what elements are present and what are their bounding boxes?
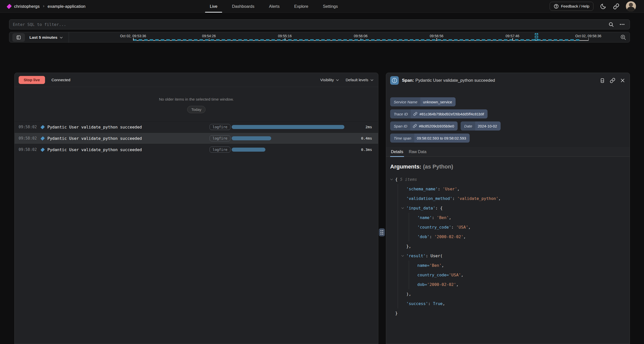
copy-span-link-button[interactable] <box>610 78 615 83</box>
trace-id-badge[interactable]: Trace ID #81c364b79bbd92ef26b4dd5ff4c81b… <box>390 109 488 118</box>
indent-guide <box>409 213 409 222</box>
arguments-heading: Arguments:(as Python) <box>390 163 626 170</box>
duration-bar <box>232 148 265 152</box>
code-line: dob='2000-02-02', <box>390 280 626 289</box>
empty-window-notice: No older items in the selected time wind… <box>15 97 378 113</box>
code-line: }, <box>390 241 626 251</box>
collapse-chevron-icon[interactable] <box>401 254 404 257</box>
code-line: 'country_code': 'USA', <box>390 222 626 232</box>
span-diamond-icon <box>41 125 45 129</box>
breadcrumb-separator-icon: › <box>43 4 45 9</box>
code-line: { 5 items <box>390 175 626 184</box>
user-avatar[interactable] <box>626 1 636 11</box>
indent-guide <box>409 222 409 232</box>
tab-alerts[interactable]: Alerts <box>262 0 287 13</box>
log-row[interactable]: 09:58:02Pydantic User validate_python su… <box>15 121 378 133</box>
connection-status: Connected <box>52 78 70 82</box>
dark-mode-toggle[interactable] <box>600 3 607 10</box>
indent-guide <box>398 203 398 213</box>
sql-filter-input[interactable] <box>9 20 608 29</box>
sidebar-panel-icon <box>16 35 21 40</box>
collapse-chevron-icon[interactable] <box>390 178 393 180</box>
code-line: } <box>390 308 626 318</box>
indent-guide <box>398 241 398 251</box>
indent-guide <box>398 251 398 261</box>
today-badge[interactable]: Today <box>187 106 205 113</box>
duration-bar <box>232 136 271 140</box>
duration-value: 0.4ms <box>361 136 372 140</box>
tab-explore[interactable]: Explore <box>287 0 315 13</box>
service-name-badge: Service Name unknown_service <box>390 97 456 106</box>
log-timestamp: 09:58:02 <box>19 136 37 141</box>
code-line: 'schema_name': 'User', <box>390 184 626 194</box>
logfire-tag[interactable]: logfire <box>210 147 230 153</box>
nav-actions: Feedback / Help <box>550 0 636 13</box>
indent-guide <box>398 270 398 280</box>
timeline-tick-label: 09:57:46 <box>506 34 519 38</box>
timeline-tick-label: Oct 02, 09:53:36 <box>120 34 146 38</box>
duration-value: 2ms <box>366 125 372 129</box>
span-diamond-icon <box>41 147 45 152</box>
indent-guide <box>409 261 409 270</box>
log-message: Pydantic User validate_python succeeded <box>47 125 142 130</box>
link-icon <box>610 78 615 83</box>
code-line: 'validation_method': 'validate_python', <box>390 194 626 203</box>
moon-icon <box>600 3 607 10</box>
code-line: 'input_data': { <box>390 203 626 213</box>
breadcrumb-project[interactable]: example-application <box>48 4 86 9</box>
indent-guide <box>398 184 398 194</box>
breadcrumb: christophergs › example-application <box>8 0 86 13</box>
indent-guide <box>398 232 398 241</box>
log-row-list: 09:58:02Pydantic User validate_python su… <box>15 121 378 155</box>
tab-dashboards[interactable]: Dashboards <box>225 0 262 13</box>
log-row[interactable]: 09:58:02Pydantic User validate_python su… <box>15 133 378 144</box>
more-options-icon[interactable] <box>619 21 625 27</box>
timeline-tick-label: 09:54:26 <box>202 34 216 38</box>
timeline-activity-spike[interactable] <box>535 33 538 40</box>
link-icon <box>613 3 619 10</box>
panel-resize-handle[interactable] <box>379 228 385 236</box>
time-range-bar: Last 5 minutes Oct 02, 09:53:3609:54:260… <box>9 32 630 42</box>
log-timestamp: 09:58:02 <box>19 147 37 152</box>
visibility-dropdown[interactable]: Visibility <box>320 78 338 82</box>
link-icon <box>413 124 417 128</box>
indent-guide <box>398 222 398 232</box>
timeline-zoom-button[interactable] <box>620 34 627 41</box>
logfire-tag[interactable]: logfire <box>210 124 230 130</box>
code-line: 'dob': '2000-02-02', <box>390 232 626 241</box>
span-title: Span:Pydantic User validate_python succe… <box>402 78 495 83</box>
time-range-select[interactable]: Last 5 minutes <box>29 32 62 43</box>
indent-guide <box>398 261 398 270</box>
chevron-down-icon <box>60 36 63 38</box>
close-panel-button[interactable] <box>620 78 625 83</box>
zoom-in-icon <box>620 34 627 41</box>
logfire-logo-icon <box>7 4 12 9</box>
indent-guide <box>398 289 398 299</box>
copy-link-button[interactable] <box>613 3 619 10</box>
span-detail-header: Span:Pydantic User validate_python succe… <box>386 73 630 88</box>
detail-tab-details[interactable]: Details <box>390 147 404 156</box>
question-circle-icon <box>554 4 559 9</box>
tab-live[interactable]: Live <box>203 0 225 13</box>
logfire-tag[interactable]: logfire <box>210 135 230 141</box>
search-icon[interactable] <box>608 22 614 27</box>
detail-tab-raw-data[interactable]: Raw Data <box>408 147 427 156</box>
span-diamond-icon <box>41 136 45 140</box>
sidebar-toggle-button[interactable] <box>12 33 25 42</box>
close-icon <box>620 78 625 83</box>
duration-bar <box>232 125 344 129</box>
feedback-help-button[interactable]: Feedback / Help <box>550 2 593 11</box>
span-id-badge[interactable]: Span ID #8c85209cb935b9e0 <box>390 121 458 131</box>
breadcrumb-org[interactable]: christophergs <box>14 4 40 9</box>
indent-guide <box>398 299 398 308</box>
log-timestamp: 09:58:02 <box>19 125 37 129</box>
stop-live-button[interactable]: Stop live <box>19 76 45 84</box>
toggle-panel-layout-button[interactable] <box>600 78 605 83</box>
chevron-down-icon <box>371 78 373 81</box>
log-row[interactable]: 09:58:02Pydantic User validate_python su… <box>15 144 378 155</box>
collapse-chevron-icon[interactable] <box>401 206 404 209</box>
default-levels-dropdown[interactable]: Default levels <box>346 78 373 82</box>
tab-settings[interactable]: Settings <box>315 0 345 13</box>
activity-timeline[interactable]: Oct 02, 09:53:3609:54:2609:55:1609:56:06… <box>71 32 615 43</box>
timeline-tick-label: 09:56:06 <box>354 34 368 38</box>
